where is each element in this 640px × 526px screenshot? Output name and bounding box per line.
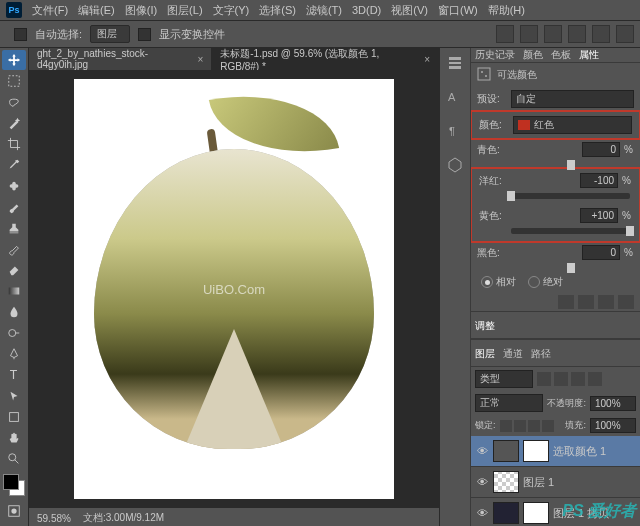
yellow-value[interactable]: +100	[580, 208, 618, 223]
lock-icon[interactable]	[500, 420, 512, 432]
panel-btn[interactable]	[598, 295, 614, 309]
eraser-tool[interactable]	[2, 260, 26, 280]
quickmask-toggle[interactable]	[2, 501, 26, 521]
align-icon[interactable]	[592, 25, 610, 43]
heal-tool[interactable]	[2, 176, 26, 196]
zoom-tool[interactable]	[2, 449, 26, 469]
panel-icon[interactable]: ¶	[446, 122, 464, 140]
menu-filter[interactable]: 滤镜(T)	[306, 3, 342, 18]
tab-color[interactable]: 颜色	[523, 48, 543, 62]
move-tool[interactable]	[2, 50, 26, 70]
layer-row[interactable]: 👁 图层 1	[471, 467, 640, 498]
layer-row[interactable]: 👁 选取颜色 1	[471, 436, 640, 467]
preset-dropdown[interactable]: 自定	[511, 90, 634, 108]
layer-mask[interactable]	[523, 440, 549, 462]
menu-help[interactable]: 帮助(H)	[488, 3, 525, 18]
menu-view[interactable]: 视图(V)	[391, 3, 428, 18]
relative-radio[interactable]: 相对	[481, 275, 516, 289]
yellow-slider[interactable]	[511, 228, 630, 234]
layer-thumb[interactable]	[493, 471, 519, 493]
layer-thumb[interactable]	[493, 440, 519, 462]
visibility-icon[interactable]: 👁	[475, 476, 489, 488]
filter-icon[interactable]	[588, 372, 602, 386]
menu-window[interactable]: 窗口(W)	[438, 3, 478, 18]
panel-icon[interactable]	[446, 54, 464, 72]
filter-kind[interactable]: 类型	[475, 370, 533, 388]
panel-icon[interactable]: A	[446, 88, 464, 106]
lock-icon[interactable]	[514, 420, 526, 432]
zoom-level[interactable]: 59.58%	[37, 513, 71, 524]
panel-btn[interactable]	[618, 295, 634, 309]
type-tool[interactable]: T	[2, 365, 26, 385]
filter-icon[interactable]	[571, 372, 585, 386]
panel-icon[interactable]	[446, 156, 464, 174]
history-brush-tool[interactable]	[2, 239, 26, 259]
stamp-tool[interactable]	[2, 218, 26, 238]
color-dropdown[interactable]: 红色	[513, 116, 632, 134]
layer-thumb[interactable]	[493, 502, 519, 524]
tab-adjustments[interactable]: 调整	[475, 319, 495, 333]
panel-btn[interactable]	[578, 295, 594, 309]
menu-3d[interactable]: 3D(D)	[352, 4, 381, 16]
visibility-icon[interactable]: 👁	[475, 445, 489, 457]
panel-btn[interactable]	[558, 295, 574, 309]
tab-history[interactable]: 历史记录	[475, 48, 515, 62]
filter-icon[interactable]	[537, 372, 551, 386]
blend-mode[interactable]: 正常	[475, 394, 543, 412]
menu-file[interactable]: 文件(F)	[32, 3, 68, 18]
tab-paths[interactable]: 路径	[531, 347, 551, 361]
cyan-value[interactable]: 0	[582, 142, 620, 157]
doc-size[interactable]: 文档:3.00M/9.12M	[83, 511, 164, 525]
fill-value[interactable]: 100%	[590, 418, 636, 433]
eyedropper-tool[interactable]	[2, 155, 26, 175]
align-icon[interactable]	[544, 25, 562, 43]
align-icon[interactable]	[496, 25, 514, 43]
color-swatch[interactable]	[3, 474, 25, 496]
brush-tool[interactable]	[2, 197, 26, 217]
align-icon[interactable]	[568, 25, 586, 43]
doc-tab[interactable]: ght_2_by_nathies_stock-d4gy0ih.jpg×	[29, 48, 212, 70]
black-value[interactable]: 0	[582, 245, 620, 260]
tab-channels[interactable]: 通道	[503, 347, 523, 361]
layer-name[interactable]: 选取颜色 1	[553, 444, 606, 459]
canvas[interactable]: UiBO.Com	[29, 70, 439, 508]
tab-layers[interactable]: 图层	[475, 347, 495, 361]
autoselect-checkbox[interactable]	[14, 28, 27, 41]
align-icon[interactable]	[616, 25, 634, 43]
wand-tool[interactable]	[2, 113, 26, 133]
path-select-tool[interactable]	[2, 386, 26, 406]
absolute-radio[interactable]: 绝对	[528, 275, 563, 289]
shape-tool[interactable]	[2, 407, 26, 427]
menu-image[interactable]: 图像(I)	[125, 3, 157, 18]
menu-layer[interactable]: 图层(L)	[167, 3, 202, 18]
menu-select[interactable]: 选择(S)	[259, 3, 296, 18]
marquee-tool[interactable]	[2, 71, 26, 91]
menu-edit[interactable]: 编辑(E)	[78, 3, 115, 18]
visibility-icon[interactable]: 👁	[475, 507, 489, 519]
autoselect-target[interactable]: 图层	[90, 25, 130, 43]
hand-tool[interactable]	[2, 428, 26, 448]
pen-tool[interactable]	[2, 344, 26, 364]
filter-icon[interactable]	[554, 372, 568, 386]
lasso-tool[interactable]	[2, 92, 26, 112]
lock-icon[interactable]	[542, 420, 554, 432]
close-icon[interactable]: ×	[424, 54, 430, 65]
lock-icon[interactable]	[528, 420, 540, 432]
layer-mask[interactable]	[523, 502, 549, 524]
transform-checkbox[interactable]	[138, 28, 151, 41]
tab-swatches[interactable]: 色板	[551, 48, 571, 62]
menu-type[interactable]: 文字(Y)	[213, 3, 250, 18]
blur-tool[interactable]	[2, 302, 26, 322]
magenta-label: 洋红:	[479, 174, 509, 188]
doc-tab[interactable]: 未标题-1.psd @ 59.6% (选取颜色 1, RGB/8#) *×	[212, 48, 439, 70]
close-icon[interactable]: ×	[197, 54, 203, 65]
magenta-value[interactable]: -100	[580, 173, 618, 188]
gradient-tool[interactable]	[2, 281, 26, 301]
tab-properties[interactable]: 属性	[579, 48, 599, 62]
dodge-tool[interactable]	[2, 323, 26, 343]
crop-tool[interactable]	[2, 134, 26, 154]
layer-name[interactable]: 图层 1	[523, 475, 554, 490]
opacity-value[interactable]: 100%	[590, 396, 636, 411]
align-icon[interactable]	[520, 25, 538, 43]
magenta-slider[interactable]	[511, 193, 630, 199]
